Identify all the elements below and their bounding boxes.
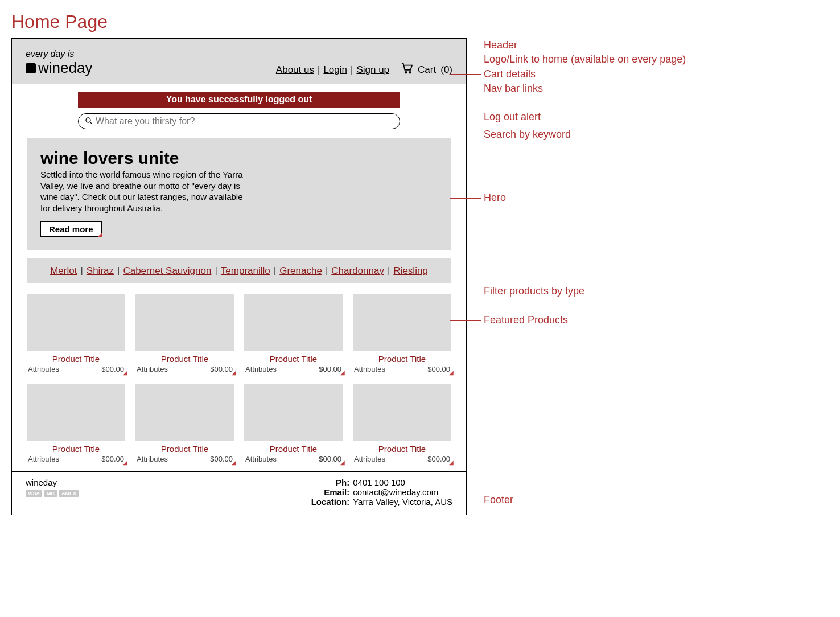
filter-shiraz[interactable]: Shiraz xyxy=(87,265,114,276)
link-arrow-icon: ◢ xyxy=(98,231,102,237)
filter-separator: | xyxy=(215,265,217,276)
payment-badge-amex: AMEX xyxy=(59,490,79,497)
product-price: $00.00 xyxy=(319,455,341,463)
product-card[interactable]: Product Title Attributes $00.00 ◢ xyxy=(244,294,343,373)
product-grid: Product Title Attributes $00.00 ◢ Produc… xyxy=(27,294,451,463)
product-image xyxy=(27,294,125,351)
annotation-hero: Hero xyxy=(484,192,506,203)
read-more-button[interactable]: Read more ◢ xyxy=(40,221,102,237)
product-card[interactable]: Product Title Attributes $00.00 ◢ xyxy=(244,384,343,463)
product-attributes: Attributes xyxy=(28,455,59,463)
product-title: Product Title xyxy=(353,444,451,454)
link-arrow-icon: ◢ xyxy=(449,459,454,466)
product-title: Product Title xyxy=(135,354,234,364)
product-card[interactable]: Product Title Attributes $00.00 ◢ xyxy=(353,294,451,373)
product-image xyxy=(244,294,343,351)
product-attributes: Attributes xyxy=(137,365,168,373)
search-field[interactable] xyxy=(78,113,400,129)
link-arrow-icon: ◢ xyxy=(340,459,345,466)
annotation-header: Header xyxy=(484,39,517,51)
product-image xyxy=(135,294,234,351)
product-image xyxy=(353,294,451,351)
footer-brand: wineday xyxy=(26,478,79,487)
hero-body: Settled into the world famous wine regio… xyxy=(40,169,245,213)
svg-point-1 xyxy=(409,72,411,73)
contact-email-label: Email: xyxy=(310,487,349,497)
product-price: $00.00 xyxy=(210,365,233,373)
product-attributes: Attributes xyxy=(245,455,277,463)
product-title: Product Title xyxy=(135,444,234,454)
cart-link[interactable]: Cart (0) xyxy=(401,63,452,77)
product-attributes: Attributes xyxy=(354,455,385,463)
nav-about-us[interactable]: About us xyxy=(276,64,314,76)
contact-ph: 0401 100 100 xyxy=(353,478,405,487)
filter-tempranillo[interactable]: Tempranillo xyxy=(221,265,270,276)
filter-chardonnay[interactable]: Chardonnay xyxy=(331,265,384,276)
footer: wineday VISAMCAMEX Ph:0401 100 100 Email… xyxy=(12,471,466,515)
product-attributes: Attributes xyxy=(354,365,385,373)
filter-merlot[interactable]: Merlot xyxy=(50,265,77,276)
product-card[interactable]: Product Title Attributes $00.00 ◢ xyxy=(27,384,125,463)
svg-point-0 xyxy=(405,72,407,73)
logout-alert: You have successfully logged out xyxy=(78,92,400,108)
product-price: $00.00 xyxy=(101,455,124,463)
annotations: Header Logo/Link to home (available on e… xyxy=(484,11,829,515)
annotation-nav: Nav bar links xyxy=(484,83,543,94)
filter-separator: | xyxy=(80,265,83,276)
product-card[interactable]: Product Title Attributes $00.00 ◢ xyxy=(353,384,451,463)
annotation-cart: Cart details xyxy=(484,68,536,80)
hero-title: wine lovers unite xyxy=(40,149,438,168)
link-arrow-icon: ◢ xyxy=(123,369,127,376)
product-card[interactable]: Product Title Attributes $00.00 ◢ xyxy=(27,294,125,373)
link-arrow-icon: ◢ xyxy=(449,369,454,376)
contact-location: Yarra Valley, Victoria, AUS xyxy=(353,497,452,507)
nav-signup[interactable]: Sign up xyxy=(356,64,389,76)
annotation-logo: Logo/Link to home (available on every pa… xyxy=(484,54,686,65)
product-price: $00.00 xyxy=(427,365,450,373)
product-image xyxy=(244,384,343,441)
nav-separator: | xyxy=(351,64,353,76)
filter-riesling[interactable]: Riesling xyxy=(393,265,427,276)
nav-separator: | xyxy=(318,64,320,76)
product-price: $00.00 xyxy=(427,455,450,463)
contact-location-label: Location: xyxy=(310,497,349,507)
link-arrow-icon: ◢ xyxy=(232,459,236,466)
annotation-filter: Filter products by type xyxy=(484,285,584,297)
contact-email: contact@wineday.com xyxy=(353,487,438,497)
header: every day is wineday About us | Login | … xyxy=(12,39,466,84)
product-card[interactable]: Product Title Attributes $00.00 ◢ xyxy=(135,294,234,373)
cart-icon xyxy=(401,63,413,77)
brand-name: wineday xyxy=(38,59,92,77)
contact-ph-label: Ph: xyxy=(310,478,349,487)
product-price: $00.00 xyxy=(319,365,341,373)
annotation-search: Search by keyword xyxy=(484,129,571,140)
filter-separator: | xyxy=(117,265,120,276)
link-arrow-icon: ◢ xyxy=(123,459,127,466)
product-card[interactable]: Product Title Attributes $00.00 ◢ xyxy=(135,384,234,463)
product-title: Product Title xyxy=(353,354,451,364)
payment-badge-visa: VISA xyxy=(26,490,42,497)
filter-separator: | xyxy=(388,265,390,276)
link-arrow-icon: ◢ xyxy=(232,369,236,376)
product-image xyxy=(353,384,451,441)
annotation-footer: Footer xyxy=(484,494,513,505)
footer-contact: Ph:0401 100 100 Email:contact@wineday.co… xyxy=(310,478,452,507)
payment-badge-mc: MC xyxy=(44,490,57,497)
product-price: $00.00 xyxy=(210,455,233,463)
nav-login[interactable]: Login xyxy=(323,64,347,76)
annotation-products: Featured Products xyxy=(484,314,568,326)
search-input[interactable] xyxy=(96,116,393,126)
search-icon xyxy=(85,117,92,126)
payment-icons: VISAMCAMEX xyxy=(26,490,79,497)
filter-grenache[interactable]: Grenache xyxy=(279,265,322,276)
product-price: $00.00 xyxy=(101,365,124,373)
logo-link[interactable]: every day is wineday xyxy=(26,49,92,77)
read-more-label: Read more xyxy=(49,224,93,234)
product-title: Product Title xyxy=(27,354,125,364)
link-arrow-icon: ◢ xyxy=(340,369,345,376)
product-image xyxy=(27,384,125,441)
product-image xyxy=(135,384,234,441)
product-title: Product Title xyxy=(244,354,343,364)
filter-cabernet-sauvignon[interactable]: Cabernet Sauvignon xyxy=(123,265,211,276)
product-title: Product Title xyxy=(27,444,125,454)
